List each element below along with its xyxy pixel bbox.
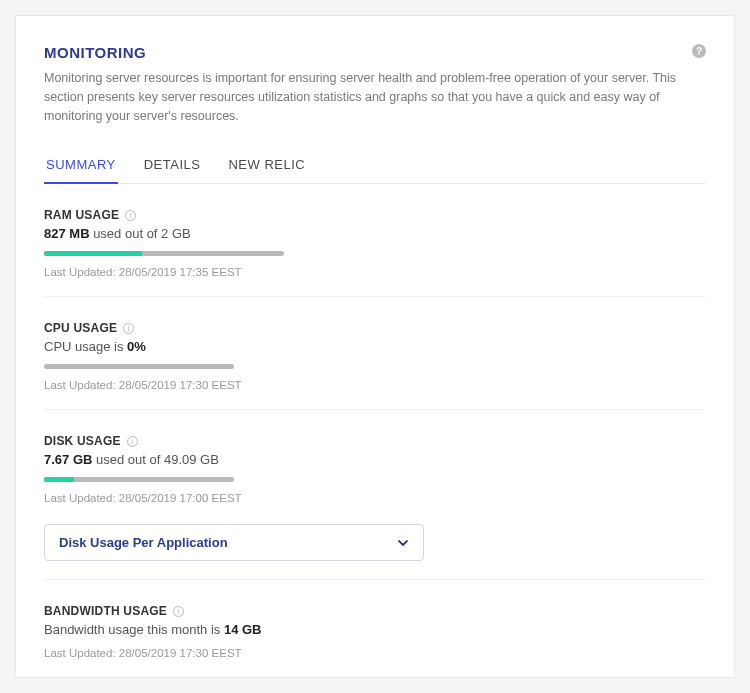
tabs: SUMMARY DETAILS NEW RELIC — [44, 157, 706, 184]
disk-progress-fill — [44, 477, 74, 482]
disk-usage-per-app-dropdown[interactable]: Disk Usage Per Application — [44, 524, 424, 561]
ram-last-updated: Last Updated: 28/05/2019 17:35 EEST — [44, 266, 706, 278]
bandwidth-metric: Bandwidth usage this month is 14 GB — [44, 622, 706, 637]
monitoring-card: MONITORING ? Monitoring server resources… — [15, 15, 735, 678]
ram-section: RAM USAGE i 827 MB used out of 2 GB Last… — [44, 184, 706, 297]
page-description: Monitoring server resources is important… — [44, 69, 684, 125]
card-header: MONITORING ? — [44, 44, 706, 61]
disk-progress — [44, 477, 234, 482]
cpu-prefix: CPU usage is — [44, 339, 127, 354]
info-icon[interactable]: i — [173, 606, 184, 617]
disk-title-row: DISK USAGE i — [44, 434, 706, 448]
tab-summary[interactable]: SUMMARY — [44, 157, 118, 184]
chevron-down-icon — [397, 537, 409, 549]
disk-section: DISK USAGE i 7.67 GB used out of 49.09 G… — [44, 410, 706, 580]
info-icon[interactable]: i — [125, 210, 136, 221]
disk-last-updated: Last Updated: 28/05/2019 17:00 EEST — [44, 492, 706, 504]
ram-suffix: used out of 2 GB — [90, 226, 191, 241]
ram-metric: 827 MB used out of 2 GB — [44, 226, 706, 241]
ram-title: RAM USAGE — [44, 208, 119, 222]
bandwidth-value: 14 GB — [224, 622, 262, 637]
cpu-value: 0% — [127, 339, 146, 354]
tab-new-relic[interactable]: NEW RELIC — [226, 157, 307, 184]
disk-suffix: used out of 49.09 GB — [92, 452, 218, 467]
cpu-last-updated: Last Updated: 28/05/2019 17:30 EEST — [44, 379, 706, 391]
tab-details[interactable]: DETAILS — [142, 157, 203, 184]
bandwidth-section: BANDWIDTH USAGE i Bandwidth usage this m… — [44, 580, 706, 677]
disk-metric: 7.67 GB used out of 49.09 GB — [44, 452, 706, 467]
bandwidth-last-updated: Last Updated: 28/05/2019 17:30 EEST — [44, 647, 706, 659]
ram-progress — [44, 251, 284, 256]
help-icon[interactable]: ? — [692, 44, 706, 58]
ram-value: 827 MB — [44, 226, 90, 241]
bandwidth-title: BANDWIDTH USAGE — [44, 604, 167, 618]
cpu-title: CPU USAGE — [44, 321, 117, 335]
cpu-title-row: CPU USAGE i — [44, 321, 706, 335]
disk-title: DISK USAGE — [44, 434, 121, 448]
info-icon[interactable]: i — [127, 436, 138, 447]
info-icon[interactable]: i — [123, 323, 134, 334]
cpu-section: CPU USAGE i CPU usage is 0% Last Updated… — [44, 297, 706, 410]
dropdown-label: Disk Usage Per Application — [59, 535, 228, 550]
ram-title-row: RAM USAGE i — [44, 208, 706, 222]
page-title: MONITORING — [44, 44, 146, 61]
ram-progress-fill — [44, 251, 142, 256]
bandwidth-prefix: Bandwidth usage this month is — [44, 622, 224, 637]
cpu-metric: CPU usage is 0% — [44, 339, 706, 354]
disk-value: 7.67 GB — [44, 452, 92, 467]
cpu-progress — [44, 364, 234, 369]
bandwidth-title-row: BANDWIDTH USAGE i — [44, 604, 706, 618]
